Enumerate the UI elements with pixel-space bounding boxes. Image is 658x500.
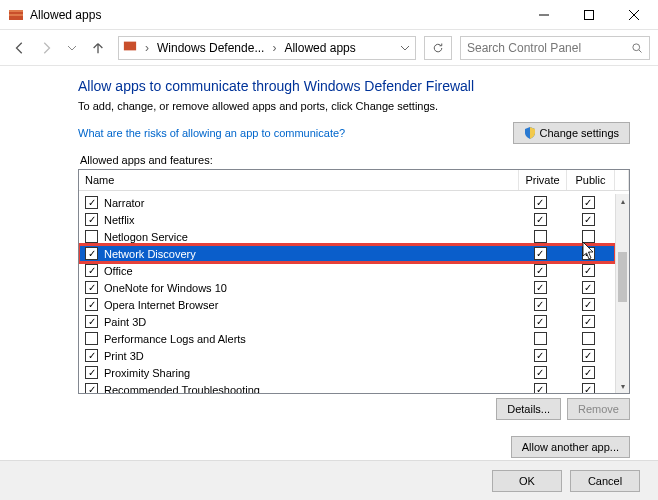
app-public-checkbox[interactable] [582,264,595,277]
app-private-checkbox[interactable] [534,213,547,226]
breadcrumb-item[interactable]: Allowed apps [284,41,355,55]
chevron-down-icon[interactable] [399,43,411,53]
change-settings-button[interactable]: Change settings [513,122,631,144]
app-public-checkbox[interactable] [582,196,595,209]
app-public-checkbox[interactable] [582,383,595,393]
app-enabled-checkbox[interactable] [85,366,98,379]
scroll-thumb[interactable] [618,252,627,302]
app-name: Netlogon Service [104,231,519,243]
app-public-checkbox[interactable] [582,230,595,243]
app-row[interactable]: Opera Internet Browser [79,296,615,313]
remove-button[interactable]: Remove [567,398,630,420]
app-private-checkbox[interactable] [534,264,547,277]
app-name: OneNote for Windows 10 [104,282,519,294]
app-name: Narrator [104,197,519,209]
app-private-checkbox[interactable] [534,383,547,393]
app-name: Network Discovery [104,248,519,260]
scroll-up-button[interactable]: ▴ [616,194,629,208]
close-button[interactable] [611,0,656,30]
app-public-checkbox[interactable] [582,366,595,379]
app-row[interactable]: Netflix [79,211,615,228]
svg-rect-1 [9,10,23,12]
app-private-checkbox[interactable] [534,332,547,345]
refresh-button[interactable] [424,36,452,60]
app-row[interactable]: Network Discovery [79,245,615,262]
scroll-down-button[interactable]: ▾ [616,379,629,393]
app-row[interactable]: Office [79,262,615,279]
svg-rect-4 [584,10,593,19]
app-row[interactable]: OneNote for Windows 10 [79,279,615,296]
column-overflow-icon [615,170,629,190]
app-row[interactable]: Proximity Sharing [79,364,615,381]
search-input[interactable]: Search Control Panel [460,36,650,60]
app-public-checkbox[interactable] [582,332,595,345]
app-name: Netflix [104,214,519,226]
app-enabled-checkbox[interactable] [85,298,98,311]
app-private-checkbox[interactable] [534,349,547,362]
app-public-checkbox[interactable] [582,213,595,226]
chevron-right-icon[interactable]: › [268,41,280,55]
app-private-checkbox[interactable] [534,247,547,260]
app-row[interactable]: Paint 3D [79,313,615,330]
content-area: Allow apps to communicate through Window… [0,66,658,460]
firewall-icon [8,7,24,23]
recent-dropdown-icon[interactable] [60,36,84,60]
dialog-footer: OK Cancel [0,460,658,500]
app-enabled-checkbox[interactable] [85,383,98,393]
app-private-checkbox[interactable] [534,196,547,209]
list-body: NarratorNetflixNetlogon ServiceNetwork D… [79,194,615,393]
cancel-button[interactable]: Cancel [570,470,640,492]
app-enabled-checkbox[interactable] [85,230,98,243]
app-enabled-checkbox[interactable] [85,281,98,294]
column-private[interactable]: Private [519,170,567,190]
forward-button[interactable] [34,36,58,60]
window-title: Allowed apps [30,8,521,22]
app-private-checkbox[interactable] [534,298,547,311]
allow-another-app-button[interactable]: Allow another app... [511,436,630,458]
app-public-checkbox[interactable] [582,247,595,260]
details-button[interactable]: Details... [496,398,561,420]
page-subtext: To add, change, or remove allowed apps a… [78,100,630,112]
shield-icon [524,127,536,139]
app-private-checkbox[interactable] [534,281,547,294]
list-label: Allowed apps and features: [78,154,630,166]
back-button[interactable] [8,36,32,60]
app-enabled-checkbox[interactable] [85,196,98,209]
app-name: Recommended Troubleshooting [104,384,519,394]
app-row[interactable]: Netlogon Service [79,228,615,245]
minimize-button[interactable] [521,0,566,30]
app-name: Print 3D [104,350,519,362]
app-row[interactable]: Performance Logs and Alerts [79,330,615,347]
address-bar[interactable]: › Windows Defende... › Allowed apps [118,36,416,60]
app-public-checkbox[interactable] [582,298,595,311]
app-enabled-checkbox[interactable] [85,315,98,328]
allowed-apps-list: Name Private Public NarratorNetflixNetlo… [78,169,630,394]
app-enabled-checkbox[interactable] [85,213,98,226]
app-private-checkbox[interactable] [534,366,547,379]
app-private-checkbox[interactable] [534,230,547,243]
title-bar: Allowed apps [0,0,658,30]
ok-button[interactable]: OK [492,470,562,492]
app-enabled-checkbox[interactable] [85,349,98,362]
app-name: Proximity Sharing [104,367,519,379]
chevron-right-icon[interactable]: › [141,41,153,55]
column-name[interactable]: Name [79,170,519,190]
app-public-checkbox[interactable] [582,349,595,362]
app-enabled-checkbox[interactable] [85,264,98,277]
risks-link[interactable]: What are the risks of allowing an app to… [78,127,513,139]
column-public[interactable]: Public [567,170,615,190]
app-enabled-checkbox[interactable] [85,247,98,260]
app-private-checkbox[interactable] [534,315,547,328]
up-button[interactable] [86,36,110,60]
app-row[interactable]: Print 3D [79,347,615,364]
app-name: Performance Logs and Alerts [104,333,519,345]
app-name: Office [104,265,519,277]
scrollbar[interactable]: ▴ ▾ [615,194,629,393]
app-public-checkbox[interactable] [582,281,595,294]
breadcrumb-item[interactable]: Windows Defende... [157,41,264,55]
app-row[interactable]: Narrator [79,194,615,211]
app-row[interactable]: Recommended Troubleshooting [79,381,615,393]
app-enabled-checkbox[interactable] [85,332,98,345]
app-public-checkbox[interactable] [582,315,595,328]
maximize-button[interactable] [566,0,611,30]
